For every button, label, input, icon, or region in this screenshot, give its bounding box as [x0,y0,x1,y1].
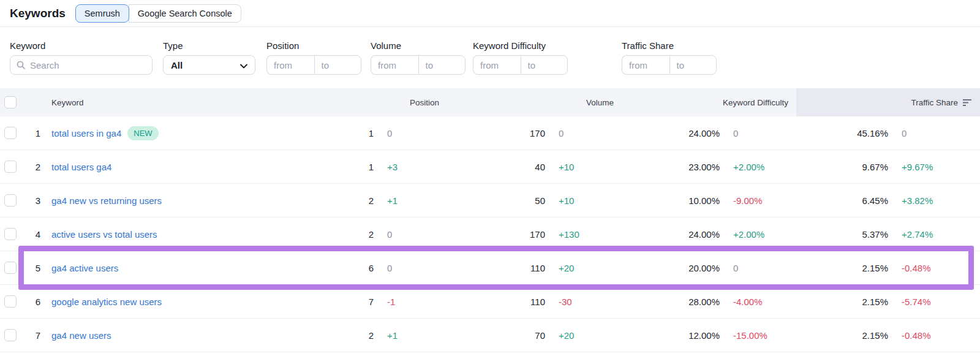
keyword-link[interactable]: total users ga4 [51,162,111,172]
volume-value: 170 [447,128,557,138]
filter-position-label: Position [266,40,361,51]
volume-from-input[interactable] [371,55,418,75]
position-change: 0 [386,128,447,138]
filter-keyword-difficulty-label: Keyword Difficulty [473,40,568,51]
table-row: 3ga4 new vs returning users2+150+1010.00… [0,184,980,218]
keyword-cell: ga4 active users [51,263,294,273]
row-checkbox[interactable] [4,329,17,341]
volume-value: 50 [447,195,557,206]
volume-value: 110 [447,297,557,307]
keyword-cell: ga4 new vs returning users [51,195,294,206]
table-row: 2total users ga41+340+1023.00%+2.00%9.67… [0,150,980,184]
position-from-input[interactable] [266,55,314,75]
top-bar: Keywords Semrush Google Search Console [0,0,980,27]
type-select-value: All [171,60,183,70]
column-header-keyword-difficulty[interactable]: Keyword Difficulty [622,88,796,116]
tab-google-search-console[interactable]: Google Search Console [129,4,241,23]
keyword-difficulty-change: -15.00% [732,330,796,341]
volume-value: 70 [447,330,557,341]
column-header-keyword[interactable]: Keyword [51,88,294,116]
type-select[interactable]: All [163,55,255,75]
position-range [266,55,361,75]
row-index: 6 [24,297,51,307]
filter-keyword: Keyword [10,40,153,75]
new-badge: NEW [127,126,158,140]
keyword-difficulty-change: +2.00% [732,162,796,172]
column-header-volume[interactable]: Volume [447,88,622,116]
column-header-traffic-share[interactable]: Traffic Share [796,88,980,116]
volume-range [371,55,466,75]
keyword-search-box[interactable] [10,55,153,75]
row-index: 3 [24,195,51,206]
traffic-share-change: +2.74% [900,229,980,240]
select-all-cell [0,88,24,116]
row-checkbox[interactable] [4,161,17,173]
row-checkbox[interactable] [4,262,17,274]
traffic-share-value: 9.67% [796,162,900,172]
sort-descending-icon [962,99,972,107]
filter-type-label: Type [163,40,255,51]
traffic-share-change: +3.82% [900,195,980,206]
traffic-share-to-input[interactable] [669,55,717,75]
keyword-cell: total users in ga4NEW [51,126,294,140]
row-checkbox-cell [0,161,24,173]
position-value: 2 [294,229,386,240]
row-checkbox-cell [0,262,24,274]
position-value: 1 [294,162,386,172]
keyword-link[interactable]: total users in ga4 [51,128,121,138]
keyword-difficulty-range [473,55,568,75]
traffic-share-from-input[interactable] [622,55,669,75]
traffic-share-change: -0.48% [900,330,980,341]
keyword-cell: active users vs total users [51,229,294,240]
row-checkbox[interactable] [4,127,17,139]
row-checkbox-cell [0,329,24,341]
traffic-share-change: 0 [900,128,980,138]
row-checkbox[interactable] [4,295,17,308]
traffic-share-change: -5.74% [900,297,980,307]
keyword-link[interactable]: google analytics new users [51,297,162,307]
position-to-input[interactable] [314,55,362,75]
keyword-difficulty-value: 20.00% [622,263,732,273]
keyword-cell: google analytics new users [51,297,294,307]
traffic-share-change: -0.48% [900,263,980,273]
position-change: +3 [386,162,447,172]
keyword-search-input[interactable] [30,60,146,70]
filter-bar: Keyword Type All Position Volume [0,27,980,75]
page-title: Keywords [10,7,66,20]
position-change: +1 [386,195,447,206]
keyword-difficulty-to-input[interactable] [521,55,568,75]
keyword-difficulty-value: 28.00% [622,297,732,307]
column-header-traffic-share-label: Traffic Share [911,98,958,107]
row-index: 1 [24,128,51,138]
data-source-toggle: Semrush Google Search Console [75,4,241,23]
keyword-link[interactable]: ga4 new vs returning users [51,195,162,206]
keyword-link[interactable]: ga4 new users [51,330,111,341]
volume-change: +20 [557,330,622,341]
row-checkbox-cell [0,194,24,206]
keyword-difficulty-change: -4.00% [732,297,796,307]
column-header-position[interactable]: Position [294,88,447,116]
table-header-row: Keyword Position Volume Keyword Difficul… [0,88,980,116]
keyword-link[interactable]: active users vs total users [51,229,157,240]
filter-position: Position [266,40,361,75]
traffic-share-value: 2.15% [796,330,900,341]
search-icon [17,61,25,69]
keyword-difficulty-change: +2.00% [732,229,796,240]
row-index: 2 [24,162,51,172]
keyword-difficulty-value: 10.00% [622,195,732,206]
row-index: 5 [24,263,51,273]
tab-semrush[interactable]: Semrush [75,4,129,23]
select-all-checkbox[interactable] [4,96,17,108]
position-value: 6 [294,263,386,273]
row-checkbox[interactable] [4,228,17,240]
table-body: 1total users in ga4NEW10170024.00%045.16… [0,116,980,352]
volume-change: +10 [557,162,622,172]
keyword-difficulty-from-input[interactable] [473,55,521,75]
position-value: 2 [294,330,386,341]
keyword-link[interactable]: ga4 active users [51,263,118,273]
keyword-difficulty-change: 0 [732,263,796,273]
filter-volume: Volume [371,40,466,75]
row-checkbox[interactable] [4,194,17,206]
filter-volume-label: Volume [371,40,466,51]
volume-to-input[interactable] [418,55,466,75]
